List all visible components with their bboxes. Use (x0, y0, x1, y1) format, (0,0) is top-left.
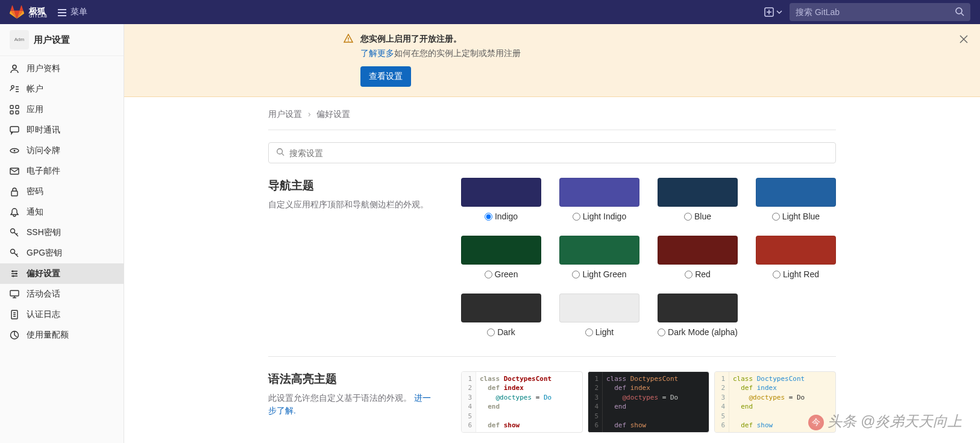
theme-swatch[interactable] (756, 178, 836, 207)
syntax-theme-section: 语法高亮主题 此设置允许您自定义基于语法的外观。 进一步了解. 1 2 3 4 … (268, 371, 836, 443)
gitlab-logo-icon (10, 5, 24, 19)
theme-swatch[interactable] (559, 178, 639, 207)
svg-point-10 (14, 150, 16, 152)
sidebar-item-7[interactable]: 通知 (0, 202, 124, 222)
sidebar-item-9[interactable]: GPG密钥 (0, 243, 124, 263)
settings-search-input[interactable] (289, 148, 828, 158)
search-icon[interactable] (955, 7, 964, 18)
sidebar-item-8[interactable]: SSH密钥 (0, 222, 124, 243)
theme-label[interactable]: Red (658, 269, 738, 279)
theme-option-blue[interactable]: Blue (658, 178, 738, 221)
sidebar-item-12[interactable]: 认证日志 (0, 304, 124, 325)
theme-option-light-indigo[interactable]: Light Indigo (559, 178, 639, 221)
code-preview-cp-dark[interactable]: 1 2 3 4 5 6class DoctypesCont def index … (588, 371, 709, 433)
svg-point-16 (16, 273, 17, 275)
code-preview-cp-yellow[interactable]: 1 2 3 4 5 6class DoctypesCont def index … (714, 371, 836, 433)
theme-radio[interactable] (485, 213, 492, 221)
theme-label[interactable]: Light Red (756, 269, 836, 279)
create-button[interactable] (764, 7, 782, 17)
chat-icon (10, 125, 19, 135)
theme-radio[interactable] (487, 328, 495, 336)
theme-option-green[interactable]: Green (461, 236, 541, 279)
theme-swatch[interactable] (461, 294, 541, 322)
theme-radio[interactable] (773, 271, 781, 278)
theme-option-light[interactable]: Light (559, 294, 639, 337)
code-body: class DoctypesCont def index @doctypes =… (729, 372, 835, 432)
breadcrumb-l1[interactable]: 用户设置 (268, 109, 302, 119)
sidebar-item-6[interactable]: 密码 (0, 181, 124, 202)
theme-swatch[interactable] (461, 178, 541, 207)
alert-button[interactable]: 查看设置 (360, 66, 411, 87)
sidebar-item-1[interactable]: 帐户 (0, 79, 124, 99)
search-input[interactable] (796, 7, 955, 17)
theme-swatch[interactable] (461, 236, 541, 265)
theme-radio[interactable] (658, 328, 665, 336)
sidebar-item-label: 密码 (27, 186, 43, 197)
theme-swatch[interactable] (658, 236, 738, 265)
sidebar-item-4[interactable]: 访问令牌 (0, 140, 124, 161)
mail-icon (10, 166, 19, 176)
theme-option-dark[interactable]: Dark (461, 294, 541, 337)
sidebar-item-11[interactable]: 活动会话 (0, 284, 124, 304)
header-search[interactable] (790, 3, 970, 21)
theme-label[interactable]: Dark Mode (alpha) (658, 327, 738, 337)
warning-icon (344, 34, 353, 43)
top-header: 极狐 GITLAB 菜单 (0, 0, 980, 24)
sidebar-header[interactable]: Adm 用户设置 (0, 24, 124, 56)
theme-option-light-green[interactable]: Light Green (559, 236, 639, 279)
theme-radio[interactable] (585, 328, 593, 336)
section-body: IndigoLight IndigoBlueLight BlueGreenLig… (461, 178, 836, 337)
theme-option-indigo[interactable]: Indigo (461, 178, 541, 221)
alert-link[interactable]: 了解更多 (360, 48, 394, 58)
sidebar-item-2[interactable]: 应用 (0, 99, 124, 120)
alert-close-button[interactable] (960, 34, 968, 46)
sidebar-item-label: 电子邮件 (27, 166, 60, 177)
theme-radio[interactable] (772, 213, 780, 221)
sidebar-item-label: 认证日志 (27, 309, 60, 320)
theme-label[interactable]: Light Green (559, 269, 639, 279)
user-icon (10, 64, 19, 74)
theme-option-dark-mode-(alpha)[interactable]: Dark Mode (alpha) (658, 294, 738, 337)
alert-title: 您实例上启用了开放注册。 (360, 34, 966, 45)
theme-radio[interactable] (685, 271, 693, 278)
theme-option-light-red[interactable]: Light Red (756, 236, 836, 279)
apps-icon (10, 105, 19, 115)
theme-option-light-blue[interactable]: Light Blue (756, 178, 836, 221)
theme-label[interactable]: Blue (658, 212, 738, 221)
line-numbers: 1 2 3 4 5 6 (588, 372, 603, 432)
section-body: 1 2 3 4 5 6class DoctypesCont def index … (461, 371, 836, 433)
theme-label[interactable]: Indigo (461, 212, 541, 221)
menu-button[interactable]: 菜单 (57, 7, 87, 17)
theme-label[interactable]: Dark (461, 327, 541, 337)
svg-rect-18 (10, 291, 19, 296)
sidebar-item-13[interactable]: 使用量配额 (0, 325, 124, 345)
theme-radio[interactable] (573, 213, 580, 221)
chevron-down-icon (776, 9, 782, 15)
sidebar-item-3[interactable]: 即时通讯 (0, 120, 124, 140)
theme-radio[interactable] (485, 271, 492, 278)
sidebar-item-label: 应用 (27, 104, 43, 115)
sidebar-item-10[interactable]: 偏好设置 (0, 263, 124, 284)
theme-label[interactable]: Green (461, 269, 541, 279)
settings-search[interactable] (268, 142, 836, 163)
sidebar-item-label: 偏好设置 (27, 268, 60, 279)
theme-label[interactable]: Light Blue (756, 212, 836, 221)
theme-radio[interactable] (572, 271, 580, 278)
theme-swatch[interactable] (658, 294, 738, 322)
code-preview-cp-light[interactable]: 1 2 3 4 5 6class DoctypesCont def index … (461, 371, 583, 433)
theme-radio[interactable] (684, 213, 692, 221)
svg-rect-7 (16, 111, 19, 114)
theme-swatch[interactable] (658, 178, 738, 207)
theme-label[interactable]: Light Indigo (559, 212, 639, 221)
sidebar-item-label: 使用量配额 (27, 330, 69, 341)
content: 用户设置 › 偏好设置 导航主题 自定义应用程序顶部和导航侧边栏的外观。 Ind… (254, 97, 850, 443)
theme-option-red[interactable]: Red (658, 236, 738, 279)
svg-rect-12 (11, 191, 17, 196)
sidebar-item-0[interactable]: 用户资料 (0, 58, 124, 79)
theme-swatch[interactable] (559, 294, 639, 322)
alert-desc: 了解更多如何在您的实例上定制或禁用注册 (360, 48, 966, 59)
theme-swatch[interactable] (559, 236, 639, 265)
theme-swatch[interactable] (756, 236, 836, 265)
theme-label[interactable]: Light (559, 327, 639, 337)
sidebar-item-5[interactable]: 电子邮件 (0, 161, 124, 181)
